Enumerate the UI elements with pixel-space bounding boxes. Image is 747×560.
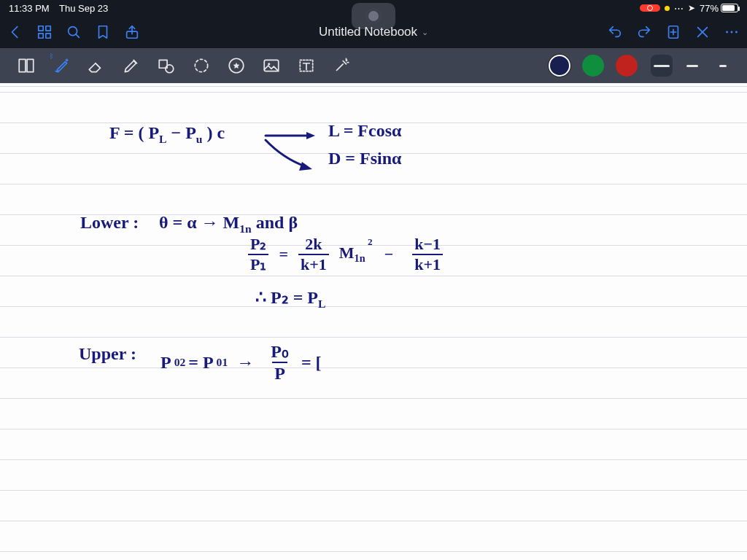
svg-marker-24 (306, 132, 315, 139)
search-button[interactable] (66, 24, 82, 40)
status-time: 11:33 PM (9, 3, 50, 14)
image-tool[interactable] (255, 51, 287, 80)
svg-rect-3 (46, 34, 50, 38)
title-text: Untitled Notebook (319, 25, 417, 39)
hw-eq-lift: L = Fcosα (328, 121, 401, 141)
hw-therefore-p2-pl: ∴ P₂ = PL (255, 287, 325, 311)
pen-tool[interactable]: ᛒ (45, 51, 77, 80)
color-palette (544, 55, 642, 77)
mic-indicator-dot (665, 6, 670, 11)
hw-label-upper: Upper : (79, 344, 136, 364)
stroke-width-group (648, 55, 737, 77)
hw-eq-force: F = ( PL − Pu ) c (109, 123, 225, 146)
svg-point-12 (726, 31, 728, 34)
hw-upper-eq: P02 = P01 → P₀P = [ (160, 343, 322, 382)
highlighter-tool[interactable] (115, 51, 147, 80)
color-swatch-1[interactable] (549, 55, 570, 77)
shape-tool[interactable] (150, 51, 182, 80)
hw-eq-drag: D = Fsinα (328, 149, 401, 168)
stroke-width-1[interactable] (651, 55, 673, 77)
location-icon: ➤ (688, 3, 695, 13)
back-button[interactable] (7, 24, 23, 40)
screen-record-indicator[interactable] (640, 4, 660, 12)
app-nav-bar: Untitled Notebook ⌄ (0, 16, 747, 48)
bookmark-button[interactable] (95, 24, 111, 40)
color-swatch-3[interactable] (616, 55, 638, 77)
undo-button[interactable] (607, 24, 623, 40)
battery-indicator: 77% (700, 3, 738, 14)
redo-button[interactable] (636, 24, 652, 40)
grid-view-button[interactable] (36, 24, 53, 40)
toolbar: ᛒ (0, 48, 747, 83)
bluetooth-badge-icon: ᛒ (50, 52, 53, 60)
status-more-icon: ⋯ (674, 3, 684, 14)
eraser-tool[interactable] (80, 51, 112, 80)
svg-rect-16 (27, 59, 34, 71)
battery-pct: 77% (700, 3, 719, 14)
note-canvas[interactable]: F = ( PL − Pu ) c L = Fcosα D = Fsinα Lo… (0, 83, 747, 560)
hw-pressure-ratio: P₂P₁ = 2kk+1 M1n2 − k−1k+1 (248, 236, 443, 273)
share-button[interactable] (124, 24, 140, 40)
svg-rect-2 (39, 34, 43, 38)
hw-lower-theta: θ = α → M1n and β (159, 213, 298, 236)
svg-line-5 (76, 34, 79, 37)
svg-point-22 (268, 63, 270, 65)
status-date: Thu Sep 23 (59, 3, 108, 14)
stroke-width-3[interactable] (712, 55, 734, 77)
close-button[interactable] (694, 24, 711, 40)
title-chevron-icon: ⌄ (422, 28, 428, 37)
hw-label-lower: Lower : (80, 213, 139, 233)
svg-point-14 (735, 31, 738, 34)
document-title[interactable]: Untitled Notebook ⌄ (319, 25, 428, 39)
svg-rect-1 (46, 26, 50, 31)
more-button[interactable] (724, 24, 740, 40)
svg-rect-15 (19, 59, 26, 71)
laser-tool[interactable] (325, 51, 357, 80)
new-page-button[interactable] (665, 24, 681, 40)
text-tool[interactable] (290, 51, 322, 80)
sticker-tool[interactable] (220, 51, 252, 80)
page-layout-tool[interactable] (10, 51, 42, 80)
svg-rect-0 (39, 26, 43, 31)
color-swatch-2[interactable] (582, 55, 604, 77)
svg-point-19 (195, 59, 207, 71)
stroke-width-2[interactable] (681, 55, 703, 77)
lasso-tool[interactable] (185, 51, 217, 80)
svg-marker-25 (299, 162, 312, 171)
svg-point-18 (166, 65, 174, 73)
svg-point-13 (731, 31, 733, 34)
